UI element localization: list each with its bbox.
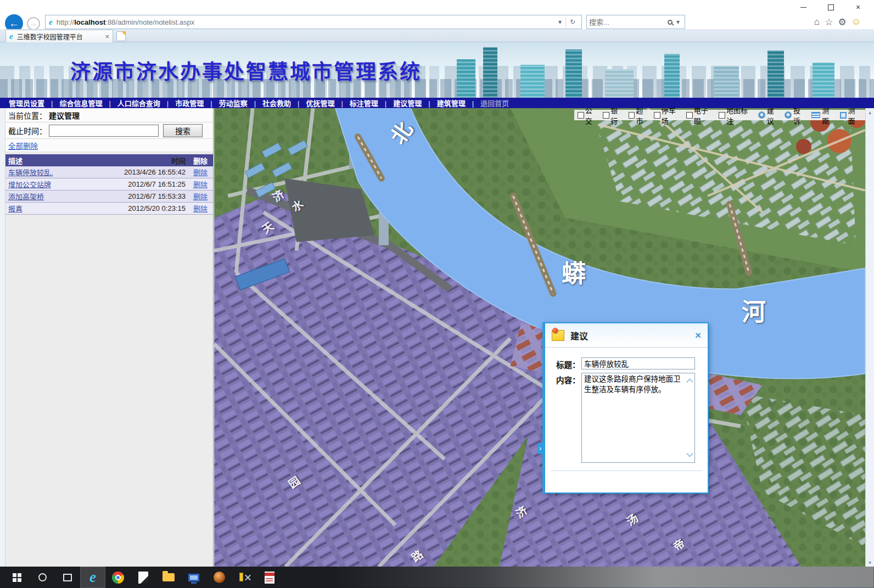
computer-taskbar-button[interactable] <box>181 567 206 588</box>
checkbox-icon[interactable] <box>578 112 584 119</box>
tool-complaint-button[interactable]: 投诉 <box>785 108 807 126</box>
suggestion-link[interactable]: 报喜 <box>8 205 23 213</box>
checkbox-icon[interactable] <box>686 112 693 119</box>
nav-item-municipal[interactable]: 市政管理 <box>172 98 215 108</box>
browser-search-input[interactable] <box>589 18 666 26</box>
map-render <box>214 108 865 567</box>
page-scrollbar[interactable]: ▴ ▾ <box>865 108 874 567</box>
home-icon[interactable]: ⌂ <box>814 16 820 28</box>
browser-search-box[interactable]: ▾ <box>586 15 685 29</box>
banner-tower <box>714 66 739 98</box>
search-dropdown-icon[interactable]: ▾ <box>674 18 682 26</box>
nav-item-home[interactable]: 退回首页 <box>477 98 512 108</box>
suggestion-table: 描述 时间 删除 车辆停放较乱. 2013/4/26 16:55:42 删除 增… <box>5 154 213 215</box>
checkbox-icon[interactable] <box>603 112 609 119</box>
tab-close-icon[interactable]: × <box>102 32 109 41</box>
url-dropdown-icon[interactable]: ▾ <box>556 18 564 26</box>
task-view-button[interactable] <box>55 567 80 588</box>
site-banner: 济源市济水办事处智慧城市管理系统 <box>0 42 874 98</box>
nav-item-population[interactable]: 人口综合查询 <box>114 98 172 108</box>
tools-taskbar-button[interactable] <box>232 567 257 588</box>
close-dialog-button[interactable]: × <box>695 330 701 340</box>
city-map-3d[interactable]: 北 蟒 河 济 水 天 园 路 济 汤 帝 公交 银行 超市 停车场 电子眼 地… <box>214 108 865 567</box>
suggestion-dialog: › 建议 × 标题： 内容： 建议这条路段商户保持地面卫生整洁及车辆有序停放。 <box>542 322 709 494</box>
favorites-star-icon[interactable]: ☆ <box>825 16 833 28</box>
browser-tab[interactable]: e 三维数字校园管理平台 × <box>5 30 113 42</box>
feedback-smiley-icon[interactable]: ☺ <box>851 16 861 28</box>
chrome-icon <box>112 572 124 584</box>
tool-measure-distance-button[interactable]: 测距 <box>811 108 836 126</box>
delete-link[interactable]: 删除 <box>193 205 208 213</box>
tab-favicon-icon: e <box>9 32 13 41</box>
info-icon <box>785 111 792 119</box>
layer-checkbox-annotation[interactable]: 地图标注 <box>719 108 754 126</box>
nav-item-suggestion[interactable]: 建议管理 <box>390 98 433 108</box>
file-explorer-button[interactable] <box>156 567 181 588</box>
suggestion-link[interactable]: 增加公交站牌 <box>8 181 51 189</box>
layer-checkbox-bank[interactable]: 银行 <box>603 108 624 126</box>
chrome-taskbar-button[interactable] <box>105 567 131 588</box>
checkbox-icon[interactable] <box>629 112 635 119</box>
delete-link[interactable]: 删除 <box>193 169 208 177</box>
nav-item-building[interactable]: 建筑管理 <box>434 98 477 108</box>
delete-link[interactable]: 删除 <box>193 193 208 201</box>
nav-item-labor[interactable]: 劳动监察 <box>216 98 259 108</box>
minimize-button[interactable] <box>796 2 810 12</box>
editor-icon <box>138 572 148 584</box>
search-button[interactable]: 搜索 <box>163 124 203 137</box>
browser-action-icons: ⌂ ☆ ⚙ ☺ <box>814 16 861 28</box>
checkbox-icon[interactable] <box>719 112 725 119</box>
start-button[interactable] <box>4 567 30 588</box>
tools-icon <box>238 572 250 583</box>
content-field-textarea[interactable]: 建议这条路段商户保持地面卫生整洁及车辆有序停放。 <box>581 373 695 463</box>
deadline-input[interactable] <box>49 125 159 137</box>
delete-all-link[interactable]: 全部删除 <box>8 140 38 151</box>
new-tab-button[interactable] <box>116 31 126 41</box>
content-field-label: 内容： <box>556 374 580 385</box>
tool-measure-area-button[interactable]: 测面 <box>840 108 862 126</box>
tab-title: 三维数字校园管理平台 <box>17 32 102 41</box>
nav-item-veteran[interactable]: 优抚管理 <box>302 98 346 108</box>
minimize-icon <box>800 7 806 8</box>
editor-taskbar-button[interactable] <box>131 567 156 588</box>
suggestion-link[interactable]: 车辆停放较乱. <box>8 169 53 177</box>
url-path: :88/admin/note/notelist.aspx <box>105 18 194 26</box>
dialog-header[interactable]: 建议 × <box>545 323 708 348</box>
title-field-label: 标题： <box>556 359 580 370</box>
settings-gear-icon[interactable]: ⚙ <box>838 16 846 28</box>
banner-tower <box>483 47 497 98</box>
close-window-button[interactable]: × <box>851 2 865 12</box>
nav-item-social-aid[interactable]: 社会救助 <box>259 98 302 108</box>
title-field-input[interactable] <box>581 357 695 369</box>
checkbox-icon[interactable] <box>654 112 660 119</box>
refresh-icon[interactable]: ↻ <box>567 18 578 26</box>
dialog-collapse-handle[interactable]: › <box>537 443 543 454</box>
scrollbar-down-icon[interactable]: ▾ <box>869 559 871 565</box>
document-taskbar-button[interactable] <box>257 567 282 588</box>
layer-label: 银行 <box>610 108 625 126</box>
layer-checkbox-camera[interactable]: 电子眼 <box>686 108 715 126</box>
delete-link[interactable]: 删除 <box>193 181 208 189</box>
tool-suggest-button[interactable]: 建议 <box>758 108 781 126</box>
app-taskbar-button[interactable] <box>206 567 232 588</box>
layer-checkbox-supermarket[interactable]: 超市 <box>629 108 650 126</box>
area-icon <box>840 112 847 119</box>
address-bar[interactable]: e http://localhost:88/admin/note/notelis… <box>45 15 582 29</box>
maximize-button[interactable] <box>823 2 838 12</box>
col-time: 时间 <box>121 155 186 166</box>
delete-all-row: 全部删除 <box>5 139 213 152</box>
search-icon[interactable] <box>668 20 673 25</box>
cortana-search-button[interactable] <box>30 567 55 588</box>
suggestion-link[interactable]: 添加高架桥 <box>8 193 44 201</box>
nav-item-annotation[interactable]: 标注管理 <box>346 98 390 108</box>
layer-checkbox-bus[interactable]: 公交 <box>578 108 599 126</box>
nav-item-info[interactable]: 综合信息管理 <box>56 98 114 108</box>
scrollbar-up-icon[interactable]: ▴ <box>869 109 871 115</box>
ie-taskbar-button[interactable]: e <box>80 567 105 588</box>
layer-checkbox-parking[interactable]: 停车场 <box>654 108 682 126</box>
search-circle-icon <box>38 573 47 581</box>
nav-item-admin[interactable]: 管理员设置 <box>5 98 56 108</box>
forward-button[interactable]: → <box>27 17 40 30</box>
col-del: 删除 <box>186 155 211 166</box>
url-host: localhost <box>74 18 105 26</box>
